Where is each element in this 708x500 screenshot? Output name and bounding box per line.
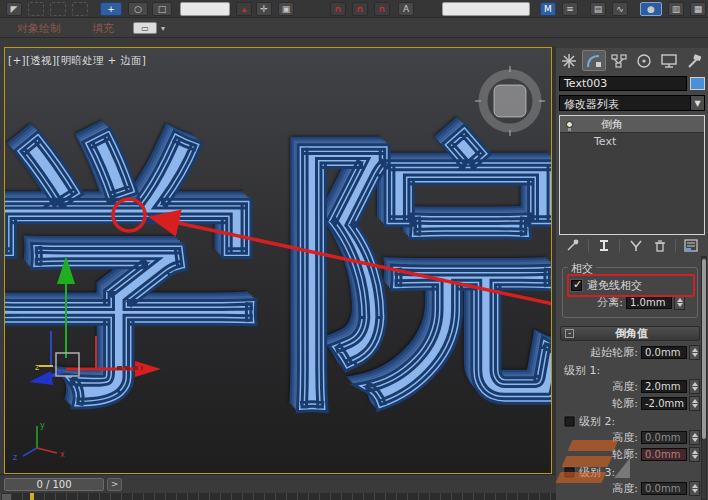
move-gizmo[interactable]: z [29,256,161,385]
object-name-field[interactable]: Text003 [559,76,687,91]
avoid-intersection-checkbox[interactable]: ✓ [571,280,582,291]
ribbon-caret-icon[interactable]: ▾ [161,24,165,33]
svg-text:z: z [35,363,39,372]
align-icon[interactable]: ≡ [562,2,578,16]
world-axis-tripod: y x z [13,421,65,462]
configure-modifier-sets-icon[interactable] [682,238,700,253]
tab-hierarchy-icon[interactable] [607,50,631,71]
rectangular-selection-icon[interactable] [28,2,44,16]
viewcube[interactable] [475,66,545,136]
tab-motion-icon[interactable] [632,50,656,71]
track-bar[interactable] [0,493,556,500]
pivot-point-center-icon[interactable]: ▴ [236,2,252,16]
spinner-snap-icon[interactable]: A [398,2,414,16]
current-frame-marker[interactable] [30,493,34,500]
level2-height-row: 高度: 0.0mm [556,430,700,445]
reference-coordinate-dropdown[interactable] [180,2,230,16]
tab-utilities-icon[interactable] [682,50,706,71]
object-name-row: Text003 [559,76,705,91]
angle-snap-icon[interactable]: ∩ [352,2,368,16]
perspective-viewport[interactable]: [+][透视][明暗处理 + 边面] 学 院 [4,47,552,474]
scrollbar-thumb[interactable] [702,259,706,439]
level2-height-field[interactable]: 0.0mm [641,431,687,444]
tab-display-icon[interactable] [657,50,681,71]
intersection-group-title: 相交 [568,261,596,276]
intersection-group: 相交 ✓ 避免线相交 分离: 1.0mm [562,267,698,318]
collapse-icon[interactable]: - [565,329,574,338]
render-icon[interactable]: ▦ [690,2,706,16]
snap-toggle-icon[interactable]: ∩ [330,2,346,16]
modifier-list-dropdown[interactable]: 修改器列表 ▼ [559,95,705,111]
level3-checkbox[interactable] [565,467,575,477]
divider [619,239,620,252]
level2-label: 级别 2: [579,414,615,429]
height-label: 高度: [612,430,638,445]
modifier-enable-bulb-icon[interactable] [566,121,573,128]
panel-scrollbar[interactable] [701,256,707,500]
bevel-values-rollout-header[interactable]: - 倒角值 [560,326,700,341]
bevel-values-title: 倒角值 [578,326,699,341]
separation-spinner[interactable] [674,295,685,310]
layer-manager-icon[interactable]: ▤ [590,2,606,16]
chevron-down-icon[interactable]: ▼ [690,96,704,110]
command-panel-tabs [556,48,708,73]
ribbon-minimize-dropdown[interactable]: ▭ [133,22,157,34]
height-label: 高度: [612,481,638,496]
select-and-manipulate-icon[interactable]: ✛ [256,2,272,16]
next-frame-button[interactable]: > [107,478,122,491]
percent-snap-icon[interactable]: ∩ [374,2,390,16]
level1-height-field[interactable]: 2.0mm [641,380,687,393]
selection-region-icon[interactable] [50,2,66,16]
mirror-icon[interactable]: M [540,2,556,16]
ribbon-tab-populate[interactable]: 填充 [92,21,114,36]
render-setup-icon[interactable]: ▥ [668,2,684,16]
select-object-icon[interactable]: ◤ [6,2,22,16]
object-color-swatch[interactable] [690,77,705,90]
select-and-move-icon[interactable]: + [100,2,122,16]
modifier-stack-toolbar [556,235,708,255]
level3-height-row: 高度: 0.0mm [556,481,700,496]
ribbon-bar: 对象绘制 填充 ▭ ▾ [0,18,708,38]
annotation-arrow [155,218,552,304]
select-and-scale-icon[interactable]: □ [152,2,172,16]
level3-height-spinner[interactable] [689,481,700,496]
start-outline-field[interactable]: 0.0mm [641,346,687,359]
curve-editor-icon[interactable]: ∿ [612,2,628,16]
tab-create-icon[interactable] [557,50,581,71]
level1-outline-spinner[interactable] [689,396,700,411]
modifier-label: 倒角 [601,117,623,132]
start-outline-spinner[interactable] [689,345,700,360]
outline-label: 轮廓: [612,396,638,411]
tab-modify-icon[interactable] [582,50,606,71]
remove-modifier-icon[interactable] [651,238,669,253]
timeline-bar: 0 / 100 > [0,474,556,500]
time-slider[interactable]: 0 / 100 [4,478,104,491]
level2-height-spinner[interactable] [689,430,700,445]
modifier-stack-item-text[interactable]: Text [560,133,704,150]
level2-outline-row: 轮廓: 0.0mm [556,447,700,462]
level1-outline-field[interactable]: -2.0mm [641,397,687,410]
selection-filter-icon[interactable] [72,2,88,16]
named-selection-set-dropdown[interactable] [442,2,530,16]
show-end-result-icon[interactable] [595,238,613,253]
annotation-circle [113,199,145,231]
modifier-stack-item-bevel[interactable]: 倒角 [560,116,704,133]
ribbon-tab-object-paint[interactable]: 对象绘制 [17,21,61,36]
pin-stack-icon[interactable] [564,238,582,253]
track-bar-mode-icon[interactable] [1,493,12,500]
level2-outline-field[interactable]: 0.0mm [641,448,687,461]
level1-label: 级别 1: [564,363,600,378]
level3-height-field[interactable]: 0.0mm [641,482,687,495]
select-and-rotate-icon[interactable]: ○ [128,2,148,16]
level2-outline-spinner[interactable] [689,447,700,462]
make-unique-icon[interactable] [627,238,645,253]
keyboard-override-icon[interactable]: ▣ [278,2,294,16]
level1-height-spinner[interactable] [689,379,700,394]
divider [588,239,589,252]
start-outline-row: 起始轮廓: 0.0mm [556,345,700,360]
level2-checkbox[interactable] [565,416,575,426]
start-outline-label: 起始轮廓: [590,345,638,360]
level1-outline-row: 轮廓: -2.0mm [556,396,700,411]
separation-value-field[interactable]: 1.0mm [626,296,672,309]
material-editor-icon[interactable]: ● [640,2,662,16]
